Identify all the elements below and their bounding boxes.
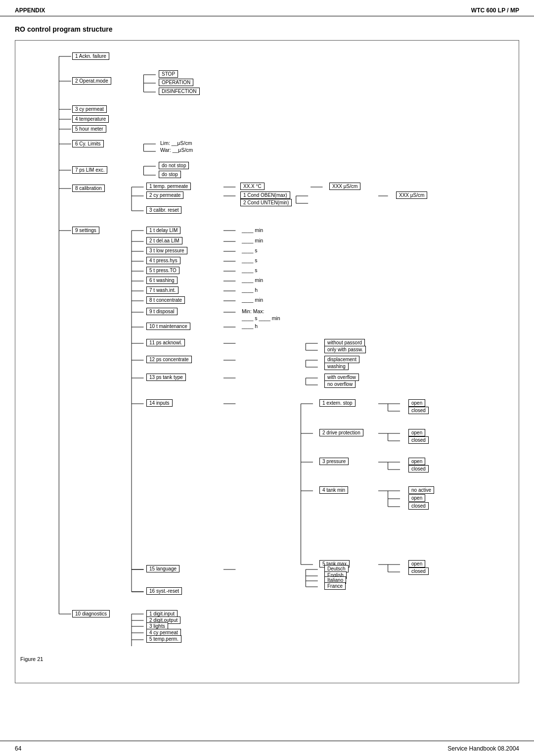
item-7-do-not-stop: do not stop xyxy=(159,162,189,169)
item-9-14-5-v1: open xyxy=(408,560,425,567)
item-9-13-val1: with overflow xyxy=(324,374,359,381)
item-10-5: 5 temp.perm. xyxy=(146,635,181,643)
item-9-11: 11 ps acknowl. xyxy=(146,339,185,346)
item-9-7: 7 t wash.int. xyxy=(146,286,178,294)
item-9-3: 3 t low pressure xyxy=(146,247,187,254)
item-9-11-val1: without passord xyxy=(324,339,365,346)
item-9-1-val: ____ min xyxy=(240,227,265,234)
header-left: APPENDIX xyxy=(15,7,45,14)
item-9-9-val1: Min: Max: xyxy=(240,308,266,315)
item-1-ackn-failure: 1 Ackn. failure xyxy=(72,52,109,60)
item-9-5: 5 t press.TO xyxy=(146,267,179,274)
footer-right: Service Handbook 08.2004 xyxy=(447,745,519,752)
figure-label: Figure 21 xyxy=(20,656,514,662)
item-9-12: 12 ps concentrate xyxy=(146,356,192,363)
item-9-9: 9 t disposal xyxy=(146,308,178,315)
page-title: RO control program structure xyxy=(15,25,519,33)
item-8-1-val1: XX.X °C xyxy=(240,183,265,190)
item-4-temperature: 4 temperature xyxy=(72,115,109,123)
item-9-16: 16 syst.-reset xyxy=(146,587,182,595)
main-content: RO control program structure xyxy=(0,16,534,723)
item-8-1-temp-permeate: 1 temp. permeate xyxy=(146,183,191,190)
item-9-4-val: ____ s xyxy=(240,257,259,264)
item-9-14-3: 3 pressure xyxy=(319,458,349,465)
item-9-3-val: ____ s xyxy=(240,247,259,254)
item-6-war: War: __μS/cm xyxy=(159,146,194,153)
item-8-3-calibr-reset: 3 calibr. reset xyxy=(146,206,181,214)
item-9-14-2: 2 drive protection xyxy=(319,429,363,436)
item-9-2: 2 t del.aa LIM xyxy=(146,237,182,244)
diagram-box: 1 Ackn. failure 2 Operat.mode STOP OPERA… xyxy=(15,40,519,683)
item-9-14-2-v2: closed xyxy=(408,436,429,444)
page: APPENDIX WTC 600 LP / MP RO control prog… xyxy=(0,0,534,756)
item-9-12-val2: washing xyxy=(324,363,349,370)
item-8-2-cy-permeate: 2 cy permeate xyxy=(146,191,183,199)
item-8-1-val2: XXX μS/cm xyxy=(329,183,360,190)
item-6-cy-limits: 6 Cy. Limits xyxy=(72,140,104,147)
item-6-lim: Lim: __μS/cm xyxy=(159,140,193,146)
item-9-14-4: 4 tank min xyxy=(319,486,348,494)
item-9-11-val2: only with passw. xyxy=(324,346,366,353)
item-9-2-val: ____ min xyxy=(240,237,265,244)
item-9-12-val1: displacement xyxy=(324,356,359,363)
diagram-lines xyxy=(20,47,514,651)
header-right: WTC 600 LP / MP xyxy=(471,7,519,14)
item-9-7-val: ____ h xyxy=(240,286,259,293)
item-8-2-val2: XXX μS/cm xyxy=(396,191,427,199)
header: APPENDIX WTC 600 LP / MP xyxy=(0,0,534,16)
item-8-2-cond-unten: 2 Cond UNTEN(min) xyxy=(240,199,292,206)
item-stop: STOP xyxy=(159,70,178,78)
item-5-hour-meter: 5 hour meter xyxy=(72,125,106,133)
item-9-5-val: ____ s xyxy=(240,267,259,274)
footer-page: 64 xyxy=(15,745,21,752)
diagram-inner: 1 Ackn. failure 2 Operat.mode STOP OPERA… xyxy=(20,47,514,651)
item-9-14-1-v1: open xyxy=(408,399,425,407)
item-9-10-val: ____ h xyxy=(240,323,259,330)
item-9-14-4-v3: closed xyxy=(408,502,429,510)
item-9-14: 14 inputs xyxy=(146,399,173,407)
item-9-14-3-v2: closed xyxy=(408,465,429,472)
item-9-14-4-v2: open xyxy=(408,494,425,502)
item-2-operat-mode: 2 Operat.mode xyxy=(72,77,111,85)
item-9-14-1: 1 extern. stop xyxy=(319,399,356,407)
item-9-8-val: ____ min xyxy=(240,296,265,303)
item-9-15: 15 language xyxy=(146,565,179,572)
item-9-14-5-v2: closed xyxy=(408,567,429,575)
footer: 64 Service Handbook 08.2004 xyxy=(0,741,534,756)
item-9-13-val2: no overflow xyxy=(324,380,356,388)
item-9-1: 1 t delay LIM xyxy=(146,227,180,234)
item-9-14-1-v2: closed xyxy=(408,407,429,414)
item-9-9-val2: ____ s ____ min xyxy=(240,315,282,322)
item-8-calibration: 8 calibration xyxy=(72,185,105,192)
item-9-15-v4: France xyxy=(324,582,346,590)
item-9-6-val: ____ min xyxy=(240,277,265,284)
item-disinfection: DISINFECTION xyxy=(159,88,200,95)
item-8-2-cond-oben: 1 Cond OBEN(max) xyxy=(240,191,290,199)
item-9-14-3-v1: open xyxy=(408,458,425,465)
item-operation: OPERATION xyxy=(159,79,193,86)
item-9-14-4-v1: no active xyxy=(408,486,434,494)
item-3-cy-permeat: 3 cy permeat xyxy=(72,105,107,113)
item-7-do-stop: do stop xyxy=(159,171,181,178)
item-9-8: 8 t concentrate xyxy=(146,296,185,304)
item-7-ps-lim: 7 ps LIM exc. xyxy=(72,166,107,174)
item-9-6: 6 t washing xyxy=(146,277,178,284)
item-10-diagnostics: 10 diagnostics xyxy=(72,610,110,617)
item-9-13: 13 ps tank type xyxy=(146,374,186,381)
item-9-10: 10 t maintenance xyxy=(146,323,190,330)
item-9-14-2-v1: open xyxy=(408,429,425,436)
item-9-settings: 9 settings xyxy=(72,227,99,234)
item-9-4: 4 t press.hys xyxy=(146,257,180,264)
